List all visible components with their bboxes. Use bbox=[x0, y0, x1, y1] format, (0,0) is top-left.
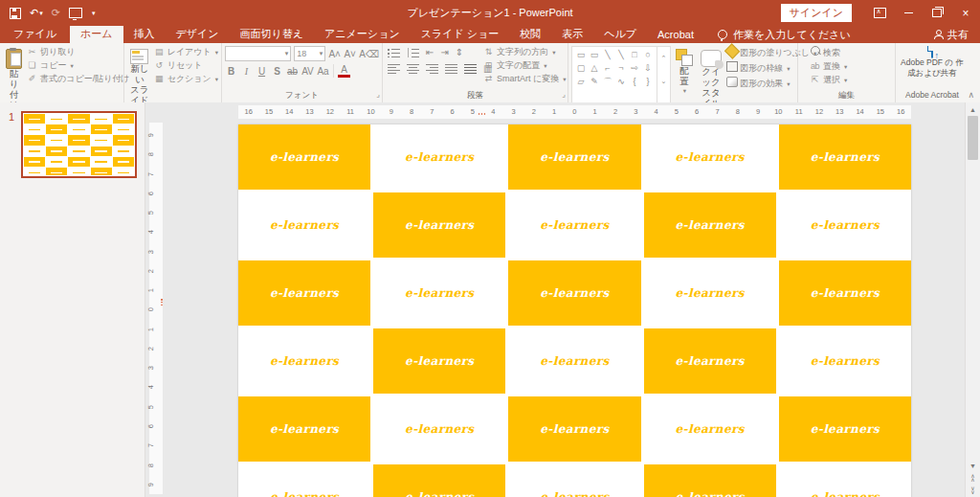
tab-slideshow[interactable]: スライド ショー bbox=[411, 26, 510, 43]
slide-tile[interactable]: e-learners bbox=[373, 260, 505, 326]
redo-icon[interactable]: ⟳ bbox=[52, 8, 60, 18]
slide-tile[interactable]: e-learners bbox=[508, 260, 640, 326]
slide-tile[interactable]: e-learners bbox=[373, 192, 505, 258]
align-right-icon[interactable] bbox=[424, 63, 440, 75]
shape-icon-10[interactable]: ⇨ bbox=[628, 61, 641, 75]
shape-icon-4[interactable]: □ bbox=[628, 48, 641, 61]
slide-tile[interactable]: e-learners bbox=[508, 396, 640, 462]
italic-icon[interactable]: I bbox=[240, 65, 253, 78]
slide-tile[interactable]: e-learners bbox=[779, 124, 911, 190]
scroll-down-icon[interactable]: ▼ bbox=[966, 459, 980, 472]
bullets-icon[interactable] bbox=[386, 47, 402, 58]
slide-tile[interactable]: e-learners bbox=[644, 396, 776, 462]
slide-tile[interactable]: e-learners bbox=[644, 124, 776, 190]
customize-qat-icon[interactable]: ▾ bbox=[91, 10, 96, 16]
shape-icon-5[interactable]: ○ bbox=[641, 48, 655, 61]
shape-icon-1[interactable]: ▭ bbox=[588, 48, 601, 61]
slide-tile[interactable]: e-learners bbox=[779, 464, 911, 497]
copy-button[interactable]: ❏コピー▾ bbox=[27, 59, 130, 72]
restore-button[interactable] bbox=[923, 0, 951, 26]
numbering-icon[interactable] bbox=[405, 47, 421, 58]
convert-smartart-button[interactable]: ⇄SmartArt に変換▾ bbox=[483, 73, 566, 85]
previous-slide-button[interactable]: ∧∧ bbox=[966, 472, 980, 485]
decrease-font-size-icon[interactable]: A˅ bbox=[344, 48, 356, 60]
font-color-icon[interactable]: A bbox=[338, 65, 350, 78]
tab-help[interactable]: ヘルプ bbox=[593, 26, 647, 43]
editing-canvas[interactable]: 1615141312111098765432101234567891011121… bbox=[145, 102, 965, 497]
text-shadow-icon[interactable]: S bbox=[271, 65, 283, 78]
strikethrough-icon[interactable]: ab bbox=[286, 65, 299, 78]
format-painter-button[interactable]: ✐書式のコピー/貼り付け bbox=[27, 73, 130, 85]
tab-acrobat[interactable]: Acrobat bbox=[647, 26, 704, 43]
distribute-icon[interactable] bbox=[462, 63, 479, 75]
slide-thumbnail[interactable] bbox=[21, 111, 137, 178]
minimize-button[interactable] bbox=[894, 0, 923, 26]
slide-tile[interactable]: e-learners bbox=[644, 464, 776, 497]
slide-tile[interactable]: e-learners bbox=[238, 328, 370, 394]
shape-icon-12[interactable]: ▱ bbox=[574, 75, 588, 88]
shape-icon-17[interactable]: } bbox=[641, 75, 655, 88]
slide-tile[interactable]: e-learners bbox=[644, 192, 776, 258]
slide-tile[interactable]: e-learners bbox=[373, 328, 505, 394]
font-size-combo[interactable]: 18▾ bbox=[294, 46, 325, 61]
vertical-scrollbar[interactable]: ▲ ▼ ∧∧ ∨∨ bbox=[965, 102, 980, 497]
tab-design[interactable]: デザイン bbox=[166, 26, 230, 43]
scroll-up-icon[interactable]: ▲ bbox=[966, 102, 980, 116]
underline-icon[interactable]: U bbox=[256, 65, 268, 78]
slide-tile[interactable]: e-learners bbox=[238, 260, 370, 326]
tab-view[interactable]: 表示 bbox=[551, 26, 593, 43]
select-button[interactable]: ⇱選択▾ bbox=[810, 74, 847, 86]
section-button[interactable]: ▦セクション▾ bbox=[154, 73, 218, 85]
slide-tile[interactable]: e-learners bbox=[644, 260, 776, 326]
justify-icon[interactable] bbox=[443, 63, 459, 75]
save-icon[interactable] bbox=[10, 8, 21, 19]
undo-icon[interactable]: ↶▾ bbox=[30, 8, 43, 18]
next-slide-button[interactable]: ∨∨ bbox=[966, 485, 980, 497]
font-dialog-launcher[interactable]: ⌟ bbox=[376, 88, 380, 101]
slide-tile[interactable]: e-learners bbox=[508, 124, 640, 190]
slide-tile[interactable]: e-learners bbox=[373, 464, 505, 497]
slide-tile[interactable]: e-learners bbox=[238, 464, 370, 497]
increase-font-size-icon[interactable]: A˄ bbox=[328, 48, 341, 60]
shape-icon-9[interactable]: ¬ bbox=[614, 61, 628, 75]
slide-tile[interactable]: e-learners bbox=[644, 328, 776, 394]
shapes-scroll-icon-1[interactable]: ⌄ bbox=[657, 70, 670, 93]
slide-tile[interactable]: e-learners bbox=[779, 328, 911, 394]
slide-tile[interactable]: e-learners bbox=[508, 464, 640, 497]
font-name-combo[interactable]: ▾ bbox=[225, 46, 291, 61]
align-text-button[interactable]: ⊞文字の配置▾ bbox=[483, 59, 566, 72]
create-pdf-button[interactable]: Adobe PDF の 作成および共有 bbox=[899, 46, 966, 78]
slide-tile[interactable]: e-learners bbox=[779, 396, 911, 462]
clear-formatting-icon[interactable]: A⌫ bbox=[359, 48, 379, 60]
slide-tile[interactable]: e-learners bbox=[238, 192, 370, 258]
find-button[interactable]: 検索 bbox=[810, 46, 847, 59]
share-button[interactable]: 共有 bbox=[933, 26, 980, 43]
signin-button[interactable]: サインイン bbox=[781, 4, 852, 22]
tab-transitions[interactable]: 画面切り替え bbox=[230, 26, 315, 43]
tab-review[interactable]: 校閲 bbox=[509, 26, 551, 43]
shape-icon-15[interactable]: ∿ bbox=[614, 75, 628, 88]
shapes-scroll-icon-0[interactable]: ⌃ bbox=[657, 47, 670, 70]
shape-icon-13[interactable]: ✎ bbox=[588, 75, 601, 88]
layout-button[interactable]: ▤レイアウト▾ bbox=[154, 46, 218, 58]
change-case-icon[interactable]: Aa bbox=[317, 65, 329, 78]
tab-file[interactable]: ファイル bbox=[0, 26, 70, 43]
slide-tile[interactable]: e-learners bbox=[508, 328, 640, 394]
shape-icon-8[interactable]: ⌐ bbox=[601, 61, 614, 75]
text-direction-button[interactable]: ⇅文字列の方向▾ bbox=[483, 46, 566, 58]
replace-button[interactable]: ab置換▾ bbox=[810, 60, 847, 73]
bold-icon[interactable]: B bbox=[225, 65, 237, 78]
slide-editing-surface[interactable]: e-learnerse-learnerse-learnerse-learners… bbox=[238, 124, 911, 497]
decrease-indent-icon[interactable]: ⇤ bbox=[424, 46, 435, 59]
shape-icon-6[interactable]: ▢ bbox=[574, 61, 588, 75]
ribbon-display-options-icon[interactable] bbox=[865, 0, 894, 26]
slide-tile[interactable]: e-learners bbox=[779, 260, 911, 326]
tellme-box[interactable]: 作業を入力してください bbox=[718, 26, 851, 43]
shape-icon-0[interactable]: ▭ bbox=[574, 48, 588, 61]
slide-tile[interactable]: e-learners bbox=[779, 192, 911, 258]
tab-animations[interactable]: アニメーション bbox=[314, 26, 411, 43]
shape-icon-11[interactable]: ⇩ bbox=[641, 61, 655, 75]
shape-icon-14[interactable]: ⌒ bbox=[601, 75, 614, 88]
slide-tile[interactable]: e-learners bbox=[238, 396, 370, 462]
tab-insert[interactable]: 挿入 bbox=[123, 26, 166, 43]
